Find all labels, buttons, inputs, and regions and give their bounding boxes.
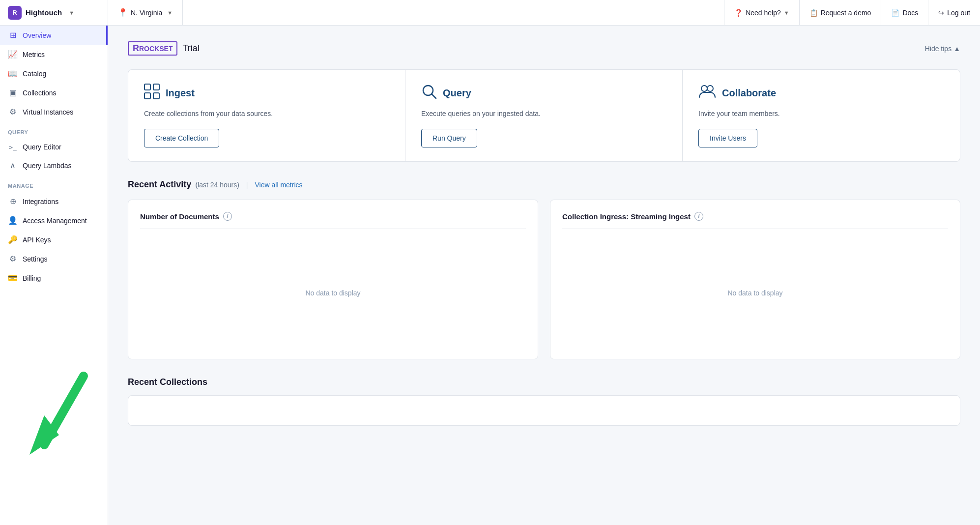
ingest-description: Create collections from your data source… [144,109,389,119]
sidebar-query-lambdas-label: Query Lambdas [23,162,72,170]
run-query-button[interactable]: Run Query [421,129,477,147]
app-chevron-icon: ▼ [69,10,74,16]
collection-ingress-info-icon[interactable]: i [694,212,703,221]
tip-ingest-header: Ingest [144,84,389,103]
catalog-icon: 📖 [8,69,18,78]
svg-rect-0 [144,84,150,90]
num-documents-info-icon[interactable]: i [223,212,232,221]
hide-tips-button[interactable]: Hide tips ▲ [925,45,960,53]
top-nav: R Hightouch ▼ 📍 N. Virginia ▼ ❓ Need hel… [0,0,980,26]
query-section-label: Query [0,121,108,138]
logout-icon: ↪ [938,9,944,17]
top-nav-actions: ❓ Need help? ▼ 📋 Request a demo 📄 Docs ↪… [724,0,980,26]
svg-rect-1 [153,84,159,90]
svg-rect-2 [144,93,150,99]
tips-row: Ingest Create collections from your data… [128,69,960,162]
trial-label: Trial [182,43,199,54]
docs-button[interactable]: 📄 Docs [881,0,928,26]
rockset-logo: R ROCKSET [128,41,177,56]
sidebar-item-integrations[interactable]: ⊕ Integrations [0,192,108,211]
collection-ingress-title: Collection Ingress: Streaming Ingest [562,212,691,221]
trial-header: R ROCKSET Trial Hide tips ▲ [128,41,960,56]
metric-num-documents-header: Number of Documents i [140,212,526,229]
need-help-button[interactable]: ❓ Need help? ▼ [724,0,799,26]
num-documents-no-data: No data to display [140,239,526,347]
sidebar-item-api-keys[interactable]: 🔑 API Keys [0,230,108,249]
virtual-instances-icon: ⚙ [8,107,18,117]
app-logo[interactable]: R Hightouch ▼ [8,6,74,20]
sidebar-item-access-management[interactable]: 👤 Access Management [0,211,108,230]
collaborate-title: Collaborate [722,88,776,99]
sidebar-item-collections[interactable]: ▣ Collections [0,83,108,102]
region-chevron-icon: ▼ [167,10,173,16]
metric-collection-ingress-header: Collection Ingress: Streaming Ingest i [562,212,948,229]
ingest-icon [144,84,160,103]
sidebar-access-management-label: Access Management [23,217,87,225]
metric-card-num-documents: Number of Documents i No data to display [128,200,538,359]
sidebar-integrations-label: Integrations [23,198,58,205]
sidebar-overview-label: Overview [23,31,51,39]
hide-tips-label: Hide tips [925,45,951,53]
svg-point-7 [707,86,713,91]
rockset-logo-text: ROCKSET [139,45,173,53]
tip-card-ingest: Ingest Create collections from your data… [128,70,405,161]
svg-line-5 [432,94,436,98]
sidebar-item-settings[interactable]: ⚙ Settings [0,249,108,268]
svg-rect-3 [153,93,159,99]
sidebar-item-billing[interactable]: 💳 Billing [0,268,108,288]
help-chevron-icon: ▼ [784,10,789,16]
sidebar: ⊞ Overview 📈 Metrics 📖 Catalog ▣ Collect… [0,26,108,525]
collections-icon: ▣ [8,88,18,97]
sidebar-settings-label: Settings [23,255,48,263]
metrics-icon: 📈 [8,50,18,59]
region-selector[interactable]: 📍 N. Virginia ▼ [108,0,183,25]
query-icon [421,84,437,103]
help-icon: ❓ [734,9,743,17]
sidebar-billing-label: Billing [23,274,41,282]
collections-table-empty [128,396,960,425]
need-help-label: Need help? [746,9,781,17]
recent-activity-title: Recent Activity [128,179,191,190]
sidebar-api-keys-label: API Keys [23,236,51,244]
request-demo-button[interactable]: 📋 Request a demo [799,0,881,26]
manage-section-label: Manage [0,175,108,192]
sidebar-item-virtual-instances[interactable]: ⚙ Virtual Instances [0,102,108,121]
sidebar-item-query-editor[interactable]: >_ Query Editor [0,138,108,156]
logout-label: Log out [947,9,970,17]
section-divider: | [246,181,248,189]
invite-users-button[interactable]: Invite Users [698,129,757,147]
collections-table [128,395,960,426]
collaborate-description: Invite your team members. [698,109,944,119]
tip-card-collaborate: Collaborate Invite your team members. In… [683,70,960,161]
overview-icon: ⊞ [8,30,18,40]
sidebar-item-overview[interactable]: ⊞ Overview [0,26,108,45]
sidebar-catalog-label: Catalog [23,70,46,78]
recent-collections-title: Recent Collections [128,377,960,387]
query-description: Execute queries on your ingested data. [421,109,666,119]
demo-icon: 📋 [809,9,818,17]
integrations-icon: ⊕ [8,197,18,206]
request-demo-label: Request a demo [821,9,871,17]
top-nav-left: R Hightouch ▼ [0,0,108,25]
sidebar-virtual-instances-label: Virtual Instances [23,108,73,116]
access-management-icon: 👤 [8,216,18,225]
query-title: Query [443,88,471,99]
num-documents-title: Number of Documents [140,212,219,221]
logout-button[interactable]: ↪ Log out [928,0,980,26]
region-name: N. Virginia [131,9,162,17]
view-all-metrics-link[interactable]: View all metrics [255,181,303,189]
sidebar-query-editor-label: Query Editor [23,143,61,151]
docs-icon: 📄 [891,9,899,17]
region-pin-icon: 📍 [118,8,128,17]
collaborate-icon [698,84,716,103]
rockset-r-letter: R [133,43,139,54]
query-lambdas-icon: ∧ [8,161,18,170]
recent-activity-subtitle: (last 24 hours) [195,181,239,189]
create-collection-button[interactable]: Create Collection [144,129,219,147]
collection-ingress-no-data: No data to display [562,239,948,347]
sidebar-item-metrics[interactable]: 📈 Metrics [0,45,108,64]
sidebar-item-query-lambdas[interactable]: ∧ Query Lambdas [0,156,108,175]
hide-tips-chevron-icon: ▲ [953,45,960,53]
sidebar-item-catalog[interactable]: 📖 Catalog [0,64,108,83]
ingest-title: Ingest [166,88,195,99]
